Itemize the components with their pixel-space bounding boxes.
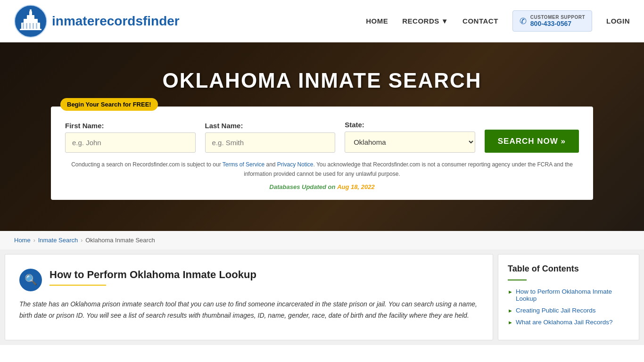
sidebar: Table of Contents ► How to Perform Oklah… — [493, 249, 644, 345]
support-button[interactable]: ✆ CUSTOMER SUPPORT 800-433-0567 — [512, 10, 592, 32]
search-box: Begin Your Search for FREE! First Name: … — [51, 107, 593, 199]
breadcrumb-current: Oklahoma Inmate Search — [85, 237, 155, 244]
last-name-input[interactable] — [205, 132, 336, 153]
main-nav: HOME RECORDS ▼ CONTACT ✆ CUSTOMER SUPPOR… — [366, 10, 630, 32]
search-icon: 🔍 — [25, 274, 37, 286]
disclaimer-text: Conducting a search on Recordsfinder.com… — [65, 160, 579, 178]
search-form: First Name: Last Name: State: Oklahoma S… — [65, 121, 579, 153]
article-header: 🔍 How to Perform Oklahoma Inmate Lookup — [19, 269, 479, 291]
nav-home[interactable]: HOME — [366, 17, 388, 25]
svg-rect-9 — [33, 23, 34, 29]
logo-icon — [14, 5, 47, 38]
state-label: State: — [345, 121, 475, 129]
first-name-input[interactable] — [65, 132, 196, 153]
chevron-down-icon: ▼ — [441, 17, 448, 25]
article-title: How to Perform Oklahoma Inmate Lookup — [50, 269, 479, 281]
breadcrumb-home[interactable]: Home — [14, 237, 31, 244]
toc-title: Table of Contents — [508, 264, 629, 274]
hero-section: OKLAHOMA INMATE SEARCH Begin Your Search… — [0, 42, 644, 231]
first-name-group: First Name: — [65, 122, 196, 153]
article-body: The state has an Oklahoma prison inmate … — [19, 299, 479, 321]
chevron-right-icon-1: ► — [508, 289, 513, 295]
toc-item-1[interactable]: ► How to Perform Oklahoma Inmate Lookup — [508, 288, 629, 302]
first-name-label: First Name: — [65, 122, 196, 130]
db-updated: Databases Updated on Aug 18, 2022 — [65, 183, 579, 190]
state-select[interactable]: Oklahoma — [345, 132, 475, 153]
breadcrumb: Home › Inmate Search › Oklahoma Inmate S… — [0, 231, 644, 249]
svg-rect-8 — [29, 23, 31, 29]
privacy-link[interactable]: Privacy Notice — [277, 161, 314, 168]
svg-rect-11 — [20, 29, 41, 30]
toc-box: Table of Contents ► How to Perform Oklah… — [498, 254, 639, 340]
last-name-group: Last Name: — [205, 122, 336, 153]
nav-contact[interactable]: CONTACT — [462, 17, 498, 25]
svg-rect-6 — [23, 23, 24, 29]
breadcrumb-sep-1: › — [33, 237, 35, 244]
login-button[interactable]: LOGIN — [606, 17, 630, 25]
last-name-label: Last Name: — [205, 122, 336, 130]
state-group: State: Oklahoma — [345, 121, 475, 153]
svg-rect-5 — [30, 9, 32, 12]
chevron-right-icon-2: ► — [508, 308, 513, 313]
nav-records[interactable]: RECORDS ▼ — [402, 17, 448, 25]
terms-link[interactable]: Terms of Service — [223, 161, 264, 168]
content-area: 🔍 How to Perform Oklahoma Inmate Lookup … — [0, 249, 644, 345]
phone-icon: ✆ — [520, 16, 527, 26]
logo-text: inmaterecordsfinder — [52, 14, 180, 29]
toc-divider — [508, 280, 527, 280]
free-badge: Begin Your Search for FREE! — [60, 98, 158, 111]
toc-item-3[interactable]: ► What are Oklahoma Jail Records? — [508, 319, 629, 326]
toc-item-2[interactable]: ► Creating Public Jail Records — [508, 307, 629, 314]
svg-rect-7 — [26, 23, 27, 29]
breadcrumb-sep-2: › — [81, 237, 83, 244]
chevron-right-icon-3: ► — [508, 320, 513, 325]
site-header: inmaterecordsfinder HOME RECORDS ▼ CONTA… — [0, 0, 644, 42]
breadcrumb-inmate-search[interactable]: Inmate Search — [38, 237, 78, 244]
title-underline — [50, 285, 106, 286]
support-text: CUSTOMER SUPPORT 800-433-0567 — [530, 15, 585, 27]
article-title-wrap: How to Perform Oklahoma Inmate Lookup — [50, 269, 479, 286]
hero-title: OKLAHOMA INMATE SEARCH — [162, 69, 481, 92]
logo-area[interactable]: inmaterecordsfinder — [14, 5, 180, 38]
main-content: 🔍 How to Perform Oklahoma Inmate Lookup … — [5, 254, 493, 340]
svg-rect-10 — [36, 23, 37, 29]
search-now-button[interactable]: SEARCH NOW » — [485, 130, 579, 153]
search-circle: 🔍 — [19, 269, 42, 291]
